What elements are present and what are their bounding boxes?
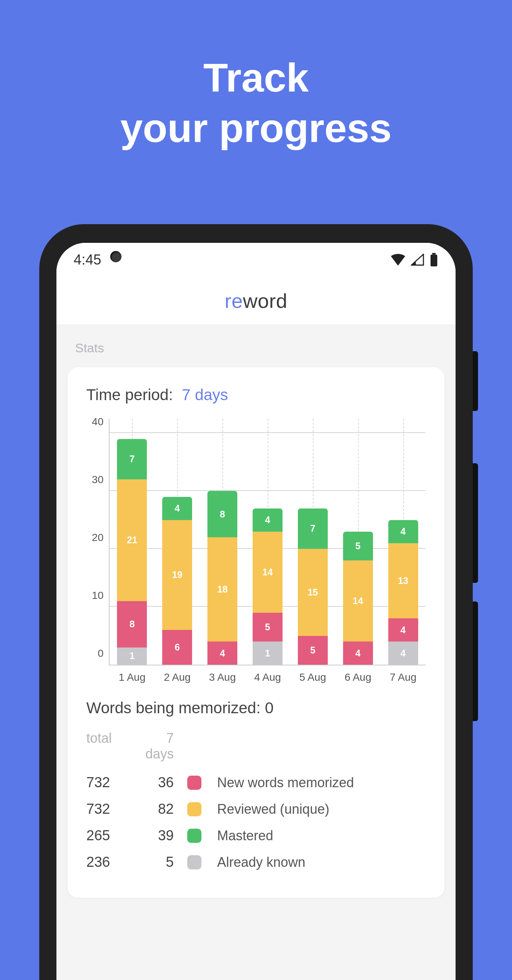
chart-bar-segment: 7 <box>117 439 147 480</box>
chart-bar-segment: 1 <box>253 641 282 665</box>
chart-bar-segment: 13 <box>388 543 418 619</box>
chart-y-tick: 20 <box>92 532 104 544</box>
words-memorized-label: Words being memorized: 0 <box>86 699 426 717</box>
chart-bar-segment: 4 <box>343 641 373 665</box>
status-icons <box>391 253 439 266</box>
chart-bar-segment: 5 <box>343 532 373 561</box>
headline-line2: your progress <box>0 103 512 153</box>
phone-volume-down <box>473 601 478 721</box>
chart-y-tick: 30 <box>92 474 104 486</box>
stats-total: 732 <box>86 775 135 791</box>
stats-row: 73282Reviewed (unique) <box>86 796 426 822</box>
chart-bar-segment: 5 <box>253 613 282 642</box>
phone-frame: 4:45 reword Stats Time period: 7 days 01… <box>39 224 473 980</box>
stats-total: 732 <box>86 801 135 817</box>
chart-x-label: 1 Aug <box>119 671 146 683</box>
chart-plot-area: 721811 Aug41962 Aug81843 Aug414514 Aug71… <box>109 419 426 665</box>
chart-x-label: 3 Aug <box>209 671 236 683</box>
battery-icon <box>429 253 439 266</box>
app-logo-re: re <box>225 289 243 312</box>
chart-y-tick: 40 <box>92 416 104 428</box>
marketing-headline: Track your progress <box>0 0 512 153</box>
chart-bar-segment: 14 <box>253 532 282 613</box>
stats-row: 73236New words memorized <box>86 769 426 796</box>
chart-bar-segment: 4 <box>162 497 192 520</box>
chart-bar: 71555 Aug <box>298 509 328 665</box>
chart-bar-segment: 4 <box>388 520 418 543</box>
chart-bar-segment: 4 <box>253 509 282 532</box>
stats-card: Time period: 7 days 010203040 721811 Aug… <box>68 367 444 898</box>
chart-x-label: 4 Aug <box>254 671 281 683</box>
legend-swatch <box>187 855 201 869</box>
chart-bar-segment: 1 <box>117 648 147 665</box>
stats-total: 236 <box>86 854 135 870</box>
stats-label: Reviewed (unique) <box>210 802 426 817</box>
svg-rect-1 <box>431 255 437 267</box>
stats-period: 5 <box>135 854 187 870</box>
chart-x-label: 7 Aug <box>390 671 417 683</box>
section-label-stats: Stats <box>56 325 456 355</box>
chart-bar-segment: 21 <box>117 479 147 601</box>
chart-bar-segment: 8 <box>117 601 147 648</box>
chart-bar-segment: 4 <box>388 641 418 665</box>
stats-period: 82 <box>135 801 187 817</box>
stats-label: New words memorized <box>210 775 426 791</box>
headline-line1: Track <box>0 52 512 103</box>
chart-bar-segment: 4 <box>207 641 237 665</box>
stats-label: Mastered <box>210 828 426 844</box>
chart-bar: 414514 Aug <box>253 509 282 665</box>
app-logo-word: word <box>243 289 287 312</box>
chart-y-tick: 0 <box>97 648 104 659</box>
stats-total: 265 <box>86 827 135 844</box>
chart-bar-segment: 19 <box>162 520 192 630</box>
chart-x-label: 5 Aug <box>299 671 326 683</box>
stats-table: total 7 days 73236New words memorized732… <box>86 730 426 875</box>
legend-swatch <box>187 802 201 816</box>
legend-swatch <box>187 776 201 790</box>
signal-icon <box>411 254 424 266</box>
stats-label: Already known <box>210 854 426 870</box>
chart-bar-segment: 4 <box>388 618 418 641</box>
stats-header-total: total <box>86 730 135 762</box>
time-period-row[interactable]: Time period: 7 days <box>86 386 426 404</box>
chart-bar-segment: 15 <box>298 549 328 636</box>
stats-period: 39 <box>135 827 187 844</box>
stats-row: 26539Mastered <box>86 822 426 849</box>
wifi-icon <box>391 254 405 266</box>
chart-bar-segment: 8 <box>207 491 237 537</box>
chart-x-label: 6 Aug <box>345 671 372 683</box>
stats-chart: 010203040 721811 Aug41962 Aug81843 Aug41… <box>86 419 426 665</box>
phone-screen: 4:45 reword Stats Time period: 7 days 01… <box>56 243 456 980</box>
phone-volume-up <box>473 463 478 583</box>
chart-bar-segment: 5 <box>298 636 328 665</box>
time-period-value[interactable]: 7 days <box>182 386 228 404</box>
chart-bar: 413447 Aug <box>388 520 418 665</box>
chart-y-tick: 10 <box>92 590 104 601</box>
status-bar: 4:45 <box>56 243 456 277</box>
stats-period: 36 <box>135 775 187 791</box>
svg-rect-0 <box>432 253 436 255</box>
chart-x-label: 2 Aug <box>164 671 191 683</box>
chart-bar-segment: 18 <box>207 537 237 641</box>
stats-table-header: total 7 days <box>86 730 426 762</box>
app-header: reword <box>56 277 456 325</box>
status-time: 4:45 <box>73 252 101 268</box>
chart-bar-segment: 6 <box>162 630 192 665</box>
chart-bar: 721811 Aug <box>117 439 147 665</box>
stats-header-period: 7 days <box>135 730 187 762</box>
chart-bar-segment: 14 <box>343 560 373 641</box>
stats-row: 2365Already known <box>86 849 426 875</box>
chart-bar: 51446 Aug <box>343 532 373 665</box>
phone-side-button <box>473 351 478 411</box>
time-period-label: Time period: <box>86 386 173 404</box>
chart-y-axis: 010203040 <box>86 419 109 665</box>
legend-swatch <box>187 829 201 843</box>
chart-bar: 41962 Aug <box>162 497 192 665</box>
chart-bar-segment: 7 <box>298 509 328 549</box>
chart-bar: 81843 Aug <box>207 491 237 665</box>
